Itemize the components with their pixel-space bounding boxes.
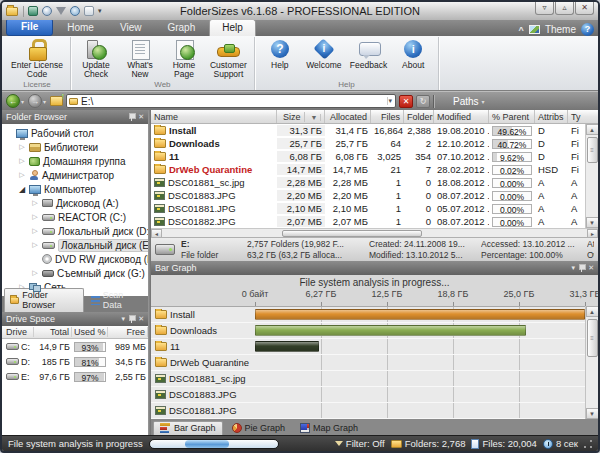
qat-dropdown-icon[interactable]: ▾ [98, 6, 102, 16]
column-header-name[interactable]: Name [151, 110, 277, 123]
chart-row[interactable]: DSC01881_sc.jpg [151, 371, 585, 387]
search-icon[interactable] [42, 6, 52, 16]
expander-icon[interactable]: ▷ [31, 213, 39, 221]
address-dropdown-icon[interactable]: ▾ [387, 97, 394, 105]
scroll-up-icon[interactable]: ▲ [586, 124, 599, 135]
panel-menu-icon[interactable]: ▾ [122, 315, 126, 323]
chart-row[interactable]: 11 [151, 339, 585, 355]
pin-icon[interactable] [579, 264, 584, 272]
file-row[interactable]: DSC01882.JPG2,07 МБ2,07 МБ1008.07.2012 .… [151, 215, 585, 228]
help-button[interactable]: Help [258, 37, 302, 80]
column-header-attribs[interactable]: Attribs [535, 110, 568, 123]
tree-item[interactable]: ▷Съемный диск (G:) [2, 266, 148, 280]
resize-grip[interactable] [584, 440, 592, 448]
file-row[interactable]: DSC01881_sc.jpg2,28 МБ2,28 МБ1018.08.201… [151, 176, 585, 189]
chart-row[interactable]: Downloads [151, 323, 585, 339]
expander-icon[interactable]: ▷ [31, 199, 39, 207]
home-page-button[interactable]: HomePage [162, 37, 206, 80]
expander-icon[interactable]: ▷ [31, 269, 39, 277]
panel-menu-icon[interactable]: ▾ [572, 264, 576, 272]
maximize-button[interactable]: ▵ [555, 1, 574, 15]
feedback-button[interactable]: Feedback [346, 37, 391, 80]
chart-row[interactable]: Install [151, 307, 585, 323]
file-row[interactable]: Downloads25,7 ГБ25,7 ГБ64212.10.2012 ...… [151, 137, 585, 150]
close-button[interactable]: ✕ [575, 1, 594, 15]
file-row[interactable]: DrWeb Quarantine14,7 МБ14,7 МБ21728.02.2… [151, 163, 585, 176]
column-header-files[interactable]: Files [371, 110, 404, 123]
address-input[interactable]: E:\ [81, 96, 383, 107]
tree-item[interactable]: DVD RW дисковод (F:) [2, 252, 148, 266]
column-header-free[interactable]: Free [108, 327, 148, 337]
column-header-size[interactable]: Size▼ [277, 110, 325, 123]
expander-icon[interactable]: ▷ [31, 241, 39, 249]
scroll-thumb[interactable] [282, 230, 422, 237]
column-header-allocated[interactable]: Allocated [325, 110, 371, 123]
chart-vscrollbar[interactable]: ▲ ≡ ▼ [585, 306, 598, 419]
tree-item[interactable]: ▷Локальный диск (E:) [2, 238, 148, 252]
column-header-total[interactable]: Total [34, 327, 72, 337]
drive-row[interactable]: C:14,9 ГБ93%989 МБN... [2, 339, 148, 354]
column-header-used[interactable]: Used % [72, 327, 108, 337]
scroll-thumb[interactable]: ≡ [587, 137, 598, 163]
column-header-type[interactable]: Ty [568, 110, 598, 123]
tab-help[interactable]: Help [209, 19, 256, 36]
expander-icon[interactable]: ▷ [18, 157, 26, 165]
column-header-pct-parent[interactable]: % Parent [489, 110, 535, 123]
refresh-button[interactable]: ↻ [416, 95, 430, 108]
panel-tab-folder-browser[interactable]: Folder Browser [4, 288, 84, 312]
pin-icon[interactable] [129, 113, 134, 121]
app-icon[interactable] [6, 7, 18, 16]
tab-pie-graph[interactable]: Pie Graph [226, 422, 292, 435]
column-header-drive[interactable]: Drive [4, 327, 34, 337]
tab-file[interactable]: File [6, 18, 53, 36]
tree-item[interactable]: ▷Администратор [2, 168, 148, 182]
chart-row[interactable]: DSC01881.JPG [151, 403, 585, 419]
file-row[interactable]: DSC01883.JPG2,20 МБ2,20 МБ1008.07.2012 .… [151, 189, 585, 202]
filter-icon[interactable] [56, 7, 66, 15]
tab-graph[interactable]: Graph [155, 20, 207, 36]
file-list-vscrollbar[interactable]: ▲ ≡ ▼ [585, 124, 598, 228]
update-check-button[interactable]: UpdateCheck [74, 37, 118, 80]
paths-button[interactable]: Paths ▾ [437, 96, 488, 107]
drive-row[interactable]: E:97,6 ГБ97%2,55 ГБN... [2, 369, 148, 384]
chart-row[interactable]: DrWeb Quarantine [151, 355, 585, 371]
back-button[interactable]: ← [6, 94, 20, 108]
tree-item[interactable]: ▷Дисковод (A:) [2, 196, 148, 210]
file-row[interactable]: Install31,3 ГБ31,4 ГБ16,8642,38819.08.20… [151, 124, 585, 137]
scroll-down-icon[interactable]: ▼ [586, 217, 599, 228]
tree-item[interactable]: Рабочий стол [2, 126, 148, 140]
file-list-hscrollbar[interactable]: ◄ ► [151, 228, 598, 237]
filter-status[interactable]: Filter: Off [335, 438, 385, 449]
pin-icon[interactable] [129, 315, 134, 323]
enter-license-code-button[interactable]: Enter LicenseCode [7, 37, 67, 80]
close-panel-icon[interactable]: ✕ [588, 264, 594, 272]
whats-new-button[interactable]: What'sNew [118, 37, 162, 80]
history-icon[interactable] [70, 6, 80, 16]
tree-item[interactable]: ▷Домашняя группа [2, 154, 148, 168]
tab-map-graph[interactable]: Map Graph [294, 422, 364, 435]
expander-icon[interactable]: ▷ [31, 227, 39, 235]
expander-icon[interactable]: ▷ [18, 143, 26, 151]
column-header-modified[interactable]: Modified [434, 110, 489, 123]
chart-row[interactable]: DSC01883.JPG [151, 387, 585, 403]
help-circle-icon[interactable]: ? [581, 23, 594, 36]
drive-row[interactable]: D:185 ГБ81%34,5 ГБN... [2, 354, 148, 369]
expander-icon[interactable]: ▷ [18, 171, 26, 179]
cancel-scan-button[interactable]: ✕ [399, 95, 413, 108]
column-header-folders[interactable]: Folders [404, 110, 434, 123]
tree-item[interactable]: ◢Компьютер [2, 182, 148, 196]
minimize-button[interactable]: ▿ [535, 1, 554, 15]
tab-view[interactable]: View [108, 20, 154, 36]
about-button[interactable]: About [391, 37, 435, 80]
address-combo[interactable]: E:\ ▾ [66, 94, 396, 108]
forward-dropdown-icon[interactable]: ▾ [43, 98, 46, 105]
welcome-button[interactable]: Welcome [302, 37, 346, 80]
up-one-level-button[interactable] [50, 96, 63, 106]
tab-home[interactable]: Home [55, 20, 106, 36]
tree-item[interactable]: ▷REACTOR (C:) [2, 210, 148, 224]
tab-bar-graph[interactable]: Bar Graph [153, 421, 223, 435]
scroll-thumb[interactable]: ≡ [587, 319, 598, 357]
expander-icon[interactable]: ◢ [18, 185, 26, 194]
close-panel-icon[interactable]: ✕ [138, 113, 144, 121]
tree-item[interactable]: ▷Библиотеки [2, 140, 148, 154]
